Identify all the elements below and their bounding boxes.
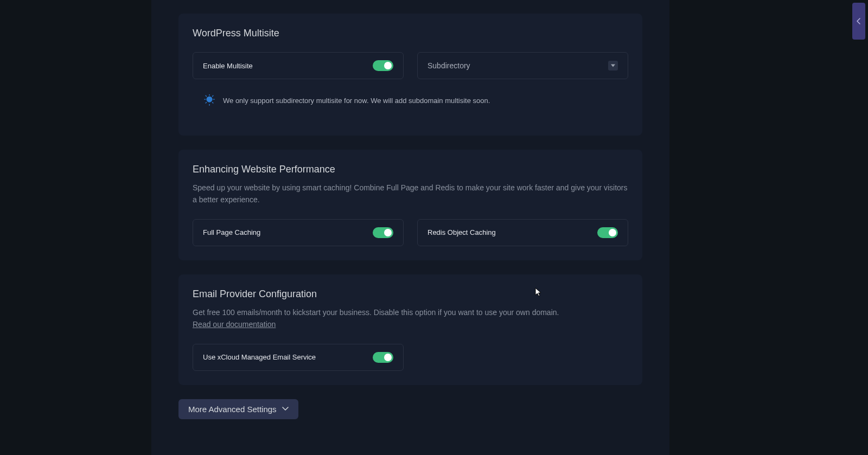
enable-multisite-label: Enable Multisite — [203, 62, 253, 70]
performance-title: Enhancing Website Performance — [193, 164, 628, 175]
right-area — [669, 0, 868, 455]
multisite-title: WordPress Multisite — [193, 28, 628, 39]
sidebar-left — [0, 0, 151, 455]
performance-description: Speed up your website by using smart cac… — [193, 182, 628, 206]
multisite-card: WordPress Multisite Enable Multisite Sub… — [178, 14, 642, 136]
chevron-down-icon — [608, 61, 618, 71]
svg-point-0 — [207, 97, 213, 102]
collapse-panel-button[interactable] — [852, 3, 865, 40]
redis-caching-option: Redis Object Caching — [417, 219, 628, 246]
more-settings-label: More Advanced Settings — [188, 405, 277, 414]
multisite-info-text: We only support subdirectory multisite f… — [223, 97, 490, 105]
email-title: Email Provider Configuration — [193, 289, 628, 300]
email-description-text: Get free 100 emails/month to kickstart y… — [193, 308, 559, 317]
email-doc-link[interactable]: Read our documentation — [193, 320, 276, 329]
enable-multisite-toggle[interactable] — [373, 60, 393, 71]
email-description: Get free 100 emails/month to kickstart y… — [193, 306, 628, 331]
performance-options-row: Full Page Caching Redis Object Caching — [193, 219, 628, 246]
redis-caching-toggle[interactable] — [597, 227, 618, 238]
full-page-caching-label: Full Page Caching — [203, 228, 260, 236]
multisite-info-banner: We only support subdirectory multisite f… — [193, 94, 628, 106]
email-service-label: Use xCloud Managed Email Service — [203, 353, 316, 361]
full-page-caching-option: Full Page Caching — [193, 219, 404, 246]
more-advanced-settings-button[interactable]: More Advanced Settings — [178, 399, 298, 419]
email-service-toggle[interactable] — [373, 352, 393, 363]
multisite-options-row: Enable Multisite Subdirectory — [193, 52, 628, 79]
email-card: Email Provider Configuration Get free 10… — [178, 274, 642, 385]
performance-card: Enhancing Website Performance Speed up y… — [178, 150, 642, 260]
chevron-left-icon — [857, 18, 861, 24]
multisite-dropdown-label: Subdirectory — [427, 61, 470, 70]
main-content: WordPress Multisite Enable Multisite Sub… — [151, 0, 669, 455]
chevron-down-icon — [282, 407, 289, 411]
email-service-option: Use xCloud Managed Email Service — [193, 344, 404, 371]
redis-caching-label: Redis Object Caching — [427, 228, 496, 236]
enable-multisite-option: Enable Multisite — [193, 52, 404, 79]
email-options-row: Use xCloud Managed Email Service — [193, 344, 628, 371]
full-page-caching-toggle[interactable] — [373, 227, 393, 238]
lightbulb-icon — [203, 94, 215, 106]
multisite-type-dropdown[interactable]: Subdirectory — [417, 52, 628, 79]
